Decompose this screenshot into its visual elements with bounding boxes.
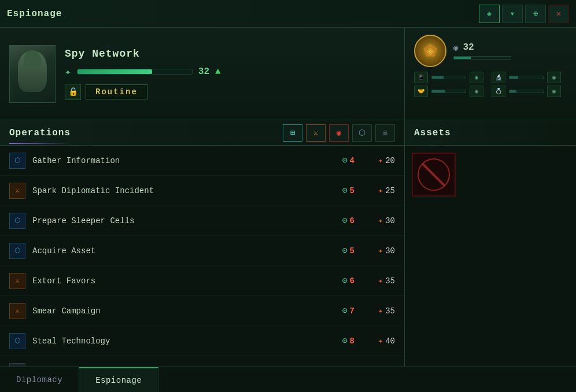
emblem-button[interactable]: ◈ (479, 5, 500, 23)
operation-row-prepare-sleeper[interactable]: ⬡Prepare Sleeper Cells⊙6✦30 (0, 206, 404, 236)
power-value: 30 (385, 216, 395, 225)
faction-bar-fill (454, 57, 471, 59)
power-value: 20 (385, 156, 395, 165)
right-panel: ◉ 32 📱 ◉ (405, 28, 576, 367)
power-value: 25 (385, 186, 395, 195)
dropdown-button[interactable]: ▾ (502, 5, 523, 23)
filter-fox-button[interactable]: ⚔ (306, 124, 326, 142)
op-name-steal-technology: Steal Technology (32, 336, 326, 346)
target-button[interactable]: ⊕ (525, 5, 546, 23)
title-controls: ◈ ▾ ⊕ ✕ (479, 5, 569, 23)
operation-row-gather-info[interactable]: ⬡Gather Information⊙4✦20 (0, 146, 404, 176)
op-name-gather-info: Gather Information (32, 156, 326, 165)
window-title: Espionage (7, 9, 62, 19)
op-icon-gather-info: ⬡ (9, 153, 25, 169)
operations-title: Operations (9, 128, 71, 138)
op-icon-smear-campaign: ⚔ (9, 303, 25, 319)
power-icon: ✦ (378, 336, 383, 346)
cost-value: 4 (350, 156, 355, 165)
faction-emblem (414, 35, 446, 67)
cost-value: 5 (350, 186, 355, 195)
op-name-smear-campaign: Smear Campaign (32, 306, 326, 316)
filter-skull-button[interactable]: ☠ (375, 124, 395, 142)
faction-item-3-bar (431, 90, 466, 93)
assets-section: Assets (405, 120, 576, 367)
op-cost-extort-favors: ⊙6 (326, 275, 355, 286)
cost-value: 5 (350, 246, 355, 256)
cost-icon: ⊙ (342, 305, 348, 316)
network-bar-row: ✦ 32 ▲ (65, 65, 395, 78)
operation-row-sabotage-starbase[interactable]: ⬡Sabotage Starbase⊙9✦45 (0, 356, 404, 367)
status-badge[interactable]: Routine (86, 84, 147, 99)
cost-value: 6 (350, 216, 355, 225)
assets-content (405, 146, 576, 367)
assets-title: Assets (414, 128, 451, 138)
faction-item-4: 💍 ◉ (492, 86, 567, 97)
spy-avatar-image (10, 46, 55, 102)
spy-info: Spy Network ✦ 32 ▲ 🔒 Routine (65, 48, 395, 100)
faction-items-grid: 📱 ◉ 🔬 ◉ 🤝 (414, 72, 567, 97)
faction-value: 32 (463, 42, 474, 53)
tab-espionage[interactable]: Espionage (79, 367, 158, 392)
cost-value: 7 (350, 306, 355, 316)
filter-icons: ⊞ ⚔ ◉ ⬡ ☠ (283, 124, 395, 142)
op-power-prepare-sleeper: ✦30 (366, 216, 395, 225)
cost-value: 8 (350, 336, 355, 346)
power-icon: ✦ (378, 306, 383, 316)
cost-icon: ⊙ (342, 155, 348, 166)
op-power-smear-campaign: ✦35 (366, 306, 395, 316)
cost-icon: ⊙ (342, 185, 348, 196)
faction-intel-icon: ◉ (453, 43, 458, 53)
network-bar-container (77, 69, 193, 75)
faction-item-2b-icon: ◉ (547, 72, 561, 83)
close-button[interactable]: ✕ (548, 5, 569, 23)
op-power-spark-diplomatic: ✦25 (366, 186, 395, 195)
operations-section: Operations ⊞ ⚔ ◉ ⬡ ☠ ⬡Gather Information… (0, 120, 404, 367)
power-value: 35 (385, 276, 395, 286)
network-bar-fill (77, 69, 152, 74)
power-value: 40 (385, 336, 395, 346)
op-icon-extort-favors: ⚔ (9, 273, 25, 289)
faction-item-4b-icon: ◉ (547, 86, 561, 97)
filter-all-button[interactable]: ⊞ (283, 124, 302, 142)
faction-item-2-bar (509, 76, 544, 79)
cost-icon: ⊙ (342, 215, 348, 226)
operation-row-smear-campaign[interactable]: ⚔Smear Campaign⊙7✦35 (0, 296, 404, 326)
op-cost-steal-technology: ⊙8 (326, 335, 355, 346)
content-area: Spy Network ✦ 32 ▲ 🔒 Routine (0, 28, 576, 367)
faction-top-row: ◉ 32 (414, 35, 567, 67)
operation-row-steal-technology[interactable]: ⬡Steal Technology⊙8✦40 (0, 326, 404, 356)
faction-bar (453, 56, 511, 60)
cost-icon: ⊙ (342, 335, 348, 346)
operation-row-acquire-asset[interactable]: ⬡Acquire Asset⊙5✦30 (0, 236, 404, 266)
lock-icon: 🔒 (65, 84, 81, 100)
main-container: Espionage ◈ ▾ ⊕ ✕ Spy Network ✦ (0, 0, 576, 392)
operations-list[interactable]: ⬡Gather Information⊙4✦20⚔Spark Diplomati… (0, 146, 404, 367)
filter-circuit-button[interactable]: ⬡ (352, 124, 372, 142)
filter-target-button[interactable]: ◉ (329, 124, 349, 142)
op-icon-spark-diplomatic: ⚔ (9, 183, 25, 199)
operations-header: Operations ⊞ ⚔ ◉ ⬡ ☠ (0, 120, 404, 146)
power-icon: ✦ (378, 216, 383, 225)
op-cost-gather-info: ⊙4 (326, 155, 355, 166)
cost-value: 6 (350, 276, 355, 286)
spy-name: Spy Network (65, 48, 395, 60)
left-panel: Spy Network ✦ 32 ▲ 🔒 Routine (0, 28, 405, 367)
faction-item-3-icon: 🤝 (414, 86, 428, 97)
operation-row-extort-favors[interactable]: ⚔Extort Favors⊙6✦35 (0, 266, 404, 296)
op-icon-prepare-sleeper: ⬡ (9, 213, 25, 229)
faction-item-2: 🔬 ◉ (492, 72, 567, 83)
op-power-steal-technology: ✦40 (366, 336, 395, 346)
op-cost-spark-diplomatic: ⊙5 (326, 185, 355, 196)
faction-item-3b-icon: ◉ (470, 86, 483, 97)
faction-item-3: 🤝 ◉ (414, 86, 489, 97)
op-cost-smear-campaign: ⊙7 (326, 305, 355, 316)
op-power-gather-info: ✦20 (366, 156, 395, 165)
op-cost-prepare-sleeper: ⊙6 (326, 215, 355, 226)
power-icon: ✦ (378, 246, 383, 256)
operation-row-spark-diplomatic[interactable]: ⚔Spark Diplomatic Incident⊙5✦25 (0, 176, 404, 206)
tab-diplomacy[interactable]: Diplomacy (0, 367, 79, 392)
title-bar: Espionage ◈ ▾ ⊕ ✕ (0, 0, 576, 28)
faction-item-1b-icon: ◉ (470, 72, 483, 83)
power-icon: ✦ (378, 156, 383, 165)
